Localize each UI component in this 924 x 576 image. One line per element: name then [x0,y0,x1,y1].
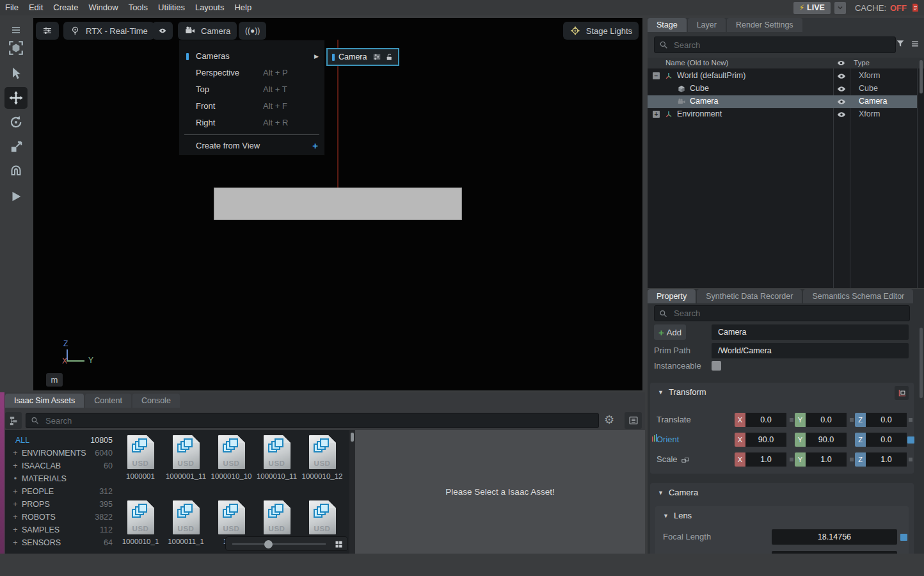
menu-create[interactable]: Create [48,0,83,15]
property-search-input[interactable] [654,305,910,321]
orient-y-field[interactable]: 90.0 [806,433,847,447]
category-all[interactable]: ALL 10805 [5,436,118,449]
default-dot[interactable] [850,458,854,461]
tab-synthetic-data-recorder[interactable]: Synthetic Data Recorder [697,289,802,303]
asset-grid-scrollbar[interactable] [349,430,355,554]
filter-funnel-icon[interactable] [896,39,905,48]
scale-x-field[interactable]: 1.0 [745,452,786,467]
changed-value-dot[interactable] [907,436,914,444]
instanceable-checkbox[interactable] [712,361,721,371]
menu-window[interactable]: Window [83,0,123,15]
category-isaaclab[interactable]: + ISAACLAB 60 [5,461,118,474]
camera-submenu-item[interactable]: Camera [326,48,399,66]
lock-open-icon[interactable] [385,53,394,61]
viewport-settings-button[interactable] [36,22,59,40]
visibility-button[interactable] [152,22,173,40]
gear-icon[interactable]: ⚙ [604,413,614,427]
orient-z-field[interactable]: 0.0 [866,433,907,447]
transform-section-header[interactable]: ▼ Transform [658,387,706,397]
tab-content[interactable]: Content [85,394,131,408]
expand-icon[interactable]: + [12,538,19,547]
tree-row-world[interactable]: − World (defaultPrim) Xform [648,70,917,83]
camera-section-header[interactable]: ▼ Camera [658,488,698,497]
lens-section-header[interactable]: ▼ Lens [663,511,692,520]
category-environments[interactable]: + ENVIRONMENTS 6040 [5,449,118,461]
live-button[interactable]: ⚡ LIVE [793,2,831,14]
menu-item-perspective[interactable]: Perspective Alt + P [179,65,324,81]
link-icon[interactable] [681,456,690,465]
tree-row-camera[interactable]: Camera Camera [648,95,917,108]
translate-y-field[interactable]: 0.0 [806,413,847,427]
menu-item-create-from-view[interactable]: Create from View + [179,138,324,154]
expand-icon[interactable]: + [12,500,19,509]
tab-property[interactable]: Property [648,289,696,303]
select-mode-button[interactable] [4,37,28,59]
tree-row-environment[interactable]: + Environment Xform [648,108,917,121]
snap-tool-button[interactable] [4,160,28,182]
asset-item[interactable]: USD 1000010_12 [299,435,345,481]
rotate-tool-button[interactable] [4,111,28,133]
tab-render-settings[interactable]: Render Settings [727,18,802,32]
focal-length-field[interactable]: 18.14756 [772,529,897,545]
category-robots[interactable]: + ROBOTS 3822 [5,513,118,525]
play-button[interactable] [4,186,28,207]
move-tool-button[interactable] [4,87,28,109]
menu-utilities[interactable]: Utilities [153,0,190,15]
transform-gizmo-button[interactable] [895,386,909,400]
tab-stage[interactable]: Stage [648,18,687,32]
tab-layer[interactable]: Layer [688,18,726,32]
grid-view-icon[interactable] [334,540,344,549]
asset-item[interactable]: USD 1000001_11 [163,435,209,481]
tree-header[interactable]: Name (Old to New) Type [648,58,924,68]
menu-help[interactable]: Help [229,0,257,15]
scale-tool-button[interactable] [4,136,28,157]
visibility-eye-icon[interactable] [837,110,846,119]
menu-item-front[interactable]: Front Alt + F [179,98,324,115]
slider-handle[interactable] [264,540,273,548]
asset-item[interactable]: USD 1000010_11 [254,435,299,481]
default-dot[interactable] [790,418,793,422]
tab-semantics-schema-editor[interactable]: Semantics Schema Editor [803,289,913,303]
tree-row-cube[interactable]: Cube Cube [648,83,917,95]
hierarchy-view-button[interactable] [5,412,22,429]
orient-x-field[interactable]: 90.0 [745,433,786,447]
stage-scrollbar[interactable] [920,60,923,285]
slider-track[interactable] [232,543,326,545]
stage-lights-button[interactable]: Stage Lights [563,22,639,40]
asset-item[interactable]: USD 1000010_1 [118,500,163,547]
prim-name-field[interactable]: Camera [712,324,909,340]
menu-item-right[interactable]: Right Alt + R [179,115,324,131]
asset-item[interactable]: USD 1000001 [118,435,163,481]
expand-icon[interactable]: + [12,449,19,458]
tab-isaac-sim-assets[interactable]: Isaac Sim Assets [5,394,84,408]
visibility-eye-icon[interactable] [837,97,846,106]
tab-console[interactable]: Console [132,394,180,408]
options-menu-icon[interactable] [910,40,920,48]
prim-path-field[interactable]: /World/Camera [712,343,909,358]
scale-z-field[interactable]: 1.0 [866,452,907,467]
asset-item[interactable]: USD 1000011_1 [163,500,209,547]
cursor-tool-button[interactable] [4,63,28,84]
category-props[interactable]: + PROPS 395 [5,500,118,513]
expand-icon[interactable]: + [12,513,19,522]
menu-edit[interactable]: Edit [24,0,48,15]
translate-z-field[interactable]: 0.0 [866,413,907,427]
assets-search-input[interactable] [26,413,599,428]
list-view-button[interactable] [625,412,642,429]
menu-item-top[interactable]: Top Alt + T [179,81,324,98]
changed-value-dot[interactable] [900,534,907,541]
expand-icon[interactable]: + [12,461,19,470]
category-sensors[interactable]: + SENSORS 64 [5,538,118,551]
menu-file[interactable]: File [0,0,24,15]
category-materials[interactable]: • MATERIALS [5,474,118,487]
expand-toggle[interactable]: + [653,111,660,118]
visibility-column-eye-icon[interactable] [837,59,845,67]
sliders-icon[interactable] [372,52,381,61]
live-dropdown-button[interactable] [834,2,846,14]
visibility-eye-icon[interactable] [837,84,846,93]
scale-y-field[interactable]: 1.0 [806,452,847,467]
category-people[interactable]: + PEOPLE 312 [5,487,118,500]
add-button[interactable]: + Add [654,324,686,340]
thumbnail-size-slider[interactable] [225,536,348,551]
default-dot[interactable] [909,418,912,422]
